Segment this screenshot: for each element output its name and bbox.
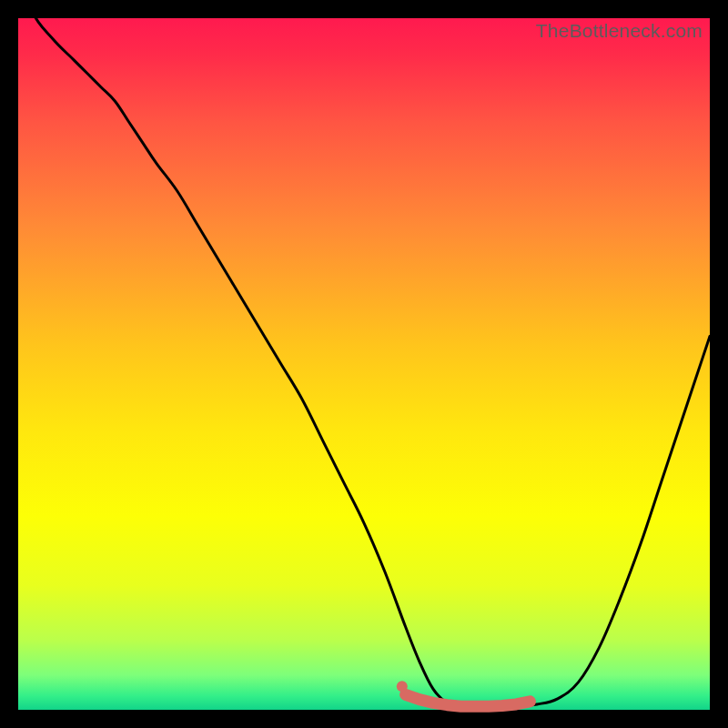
sweet-spot-start-dot	[397, 681, 408, 692]
watermark-text: TheBottleneck.com	[536, 20, 703, 42]
chart-frame: TheBottleneck.com	[0, 0, 728, 728]
curve-layer	[18, 18, 710, 710]
plot-area: TheBottleneck.com	[18, 18, 710, 710]
bottleneck-curve	[18, 0, 710, 707]
sweet-spot-band	[406, 694, 531, 706]
sweet-spot-markers	[397, 681, 531, 706]
